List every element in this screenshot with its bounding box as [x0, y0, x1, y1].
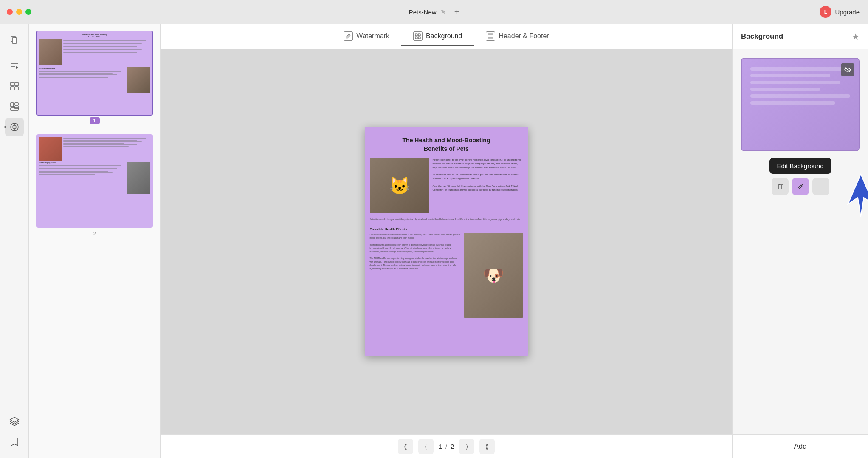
document-main-title: The Health and Mood-BoostingBenefits of … [373, 136, 520, 153]
svg-rect-21 [415, 34, 417, 36]
svg-marker-17 [10, 417, 19, 422]
more-options-button[interactable]: ··· [812, 178, 829, 195]
right-panel-title: Background [741, 32, 783, 41]
edit-background-tooltip: Edit Background [769, 158, 831, 174]
titlebar-right: L Upgrade [820, 6, 860, 18]
star-icon[interactable]: ★ [852, 31, 860, 42]
bg-thumb-lines [750, 67, 850, 142]
edit-background-button[interactable] [792, 178, 809, 195]
tab-background[interactable]: Background [401, 27, 474, 46]
main-area: The Health and Mood-BoostingBenefits of … [0, 24, 868, 458]
dog-image [464, 233, 523, 318]
page2-number: 2 [36, 230, 153, 237]
document-caption: Scientists are looking at what the poten… [365, 218, 528, 225]
pages-panel: The Health and Mood-BoostingBenefits of … [29, 24, 161, 458]
background-tab-icon [413, 31, 423, 41]
page1-thumb-body [39, 39, 150, 65]
header-footer-tab-label: Header & Footer [499, 32, 549, 40]
page-indicator: 1 / 2 [439, 443, 454, 450]
document-text-block-1: Nothing compares to the joy of coming ho… [433, 158, 523, 213]
close-button[interactable] [7, 9, 13, 15]
svg-marker-28 [848, 174, 868, 217]
sidebar-item-layout[interactable] [5, 77, 24, 96]
add-tab-button[interactable]: + [454, 7, 459, 17]
next-page-button[interactable]: ⟩ [459, 439, 474, 454]
sidebar-item-layers[interactable] [5, 412, 24, 431]
document-title-section: The Health and Mood-BoostingBenefits of … [365, 127, 528, 158]
tab-header-footer[interactable]: Header & Footer [474, 27, 561, 46]
header-footer-tab-icon [486, 31, 495, 41]
document-title: Pets-New [409, 8, 437, 16]
cursor-arrow [842, 170, 868, 223]
page2-thumb-bottom: Animals Helping People [39, 162, 150, 194]
sidebar-bottom [5, 412, 24, 451]
user-avatar[interactable]: L [820, 6, 831, 18]
svg-point-12 [13, 125, 16, 129]
last-page-button[interactable]: ⟫ [479, 439, 495, 454]
sidebar-item-bookmark[interactable] [5, 433, 24, 451]
page-thumbnail-2[interactable]: Animals Helping People 2 [36, 134, 153, 237]
bg-action-buttons: ··· [772, 178, 829, 195]
prev-page-button[interactable]: ⟨ [418, 439, 434, 454]
tab-watermark[interactable]: Watermark [332, 27, 401, 46]
svg-rect-25 [488, 34, 493, 39]
svg-rect-3 [11, 82, 14, 86]
traffic-lights [7, 9, 31, 15]
svg-marker-2 [16, 66, 18, 69]
sidebar-item-elements[interactable] [5, 97, 24, 116]
right-panel: Background ★ [732, 24, 868, 458]
sidebar-item-pages[interactable] [5, 31, 24, 49]
background-tab-label: Background [426, 32, 462, 40]
cat-image [370, 158, 429, 213]
edit-title-icon[interactable]: ✎ [441, 8, 446, 15]
toolbar: Watermark Background [161, 24, 732, 49]
page1-thumb-title: The Health and Mood-BoostingBenefits of … [39, 34, 150, 38]
section2-title: Possible Health Effects [370, 227, 523, 231]
page1-badge: 1 [90, 117, 100, 124]
svg-rect-9 [11, 108, 18, 110]
svg-rect-22 [418, 34, 420, 36]
titlebar-center: Pets-New ✎ + [409, 7, 459, 17]
svg-rect-4 [15, 82, 18, 86]
background-thumbnail-card[interactable]: Edit Background [741, 58, 860, 151]
canvas-area: The Health and Mood-BoostingBenefits of … [161, 49, 732, 434]
page-navigation: ⟪ ⟨ 1 / 2 ⟩ ⟫ [161, 434, 732, 458]
watermark-tab-icon [344, 31, 353, 41]
add-background-button[interactable]: Add [733, 434, 868, 458]
maximize-button[interactable] [25, 9, 31, 15]
document-page: The Health and Mood-BoostingBenefits of … [365, 127, 528, 356]
svg-rect-23 [415, 37, 417, 39]
upgrade-button[interactable]: Upgrade [835, 8, 860, 16]
section2-layout: Research on human-animal interactions is… [370, 233, 523, 318]
total-pages: 2 [451, 443, 454, 450]
bg-thumb-area: Edit Background [733, 49, 868, 434]
section2-text: Research on human-animal interactions is… [370, 233, 460, 318]
visibility-toggle-button[interactable] [841, 63, 854, 76]
svg-rect-6 [15, 87, 18, 90]
page1-thumb-section2: Possible Health Effects [39, 67, 150, 93]
right-panel-header: Background ★ [733, 24, 868, 49]
svg-rect-24 [418, 37, 420, 39]
sidebar-left [0, 24, 29, 458]
current-page: 1 [439, 443, 442, 450]
svg-rect-1 [12, 38, 17, 43]
svg-rect-5 [11, 87, 14, 90]
document-section-2: Possible Health Effects Research on huma… [365, 225, 528, 320]
sidebar-item-background[interactable] [5, 118, 24, 136]
watermark-tab-label: Watermark [356, 32, 389, 40]
first-page-button[interactable]: ⟪ [398, 439, 413, 454]
content-area: Watermark Background [161, 24, 732, 458]
minimize-button[interactable] [16, 9, 22, 15]
delete-background-button[interactable] [772, 178, 789, 195]
sidebar-item-text[interactable] [5, 57, 24, 75]
svg-rect-7 [11, 103, 14, 107]
page-slash: / [445, 443, 447, 450]
page2-thumb-top [39, 137, 150, 161]
svg-rect-10 [15, 106, 18, 109]
page-thumbnail-1[interactable]: The Health and Mood-BoostingBenefits of … [36, 31, 153, 126]
document-section-1: Nothing compares to the joy of coming ho… [365, 158, 528, 218]
titlebar: Pets-New ✎ + L Upgrade [0, 0, 868, 24]
svg-rect-8 [15, 103, 18, 105]
